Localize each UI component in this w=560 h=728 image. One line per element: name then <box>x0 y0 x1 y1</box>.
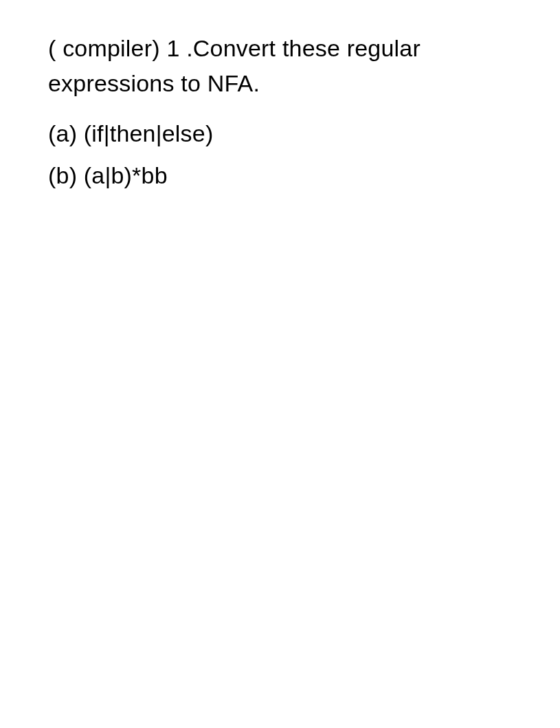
question-part-b: (b) (a|b)*bb <box>48 158 512 193</box>
question-title: ( compiler) 1 .Convert these regular exp… <box>48 31 512 101</box>
question-part-a: (a) (if|then|else) <box>48 116 512 151</box>
